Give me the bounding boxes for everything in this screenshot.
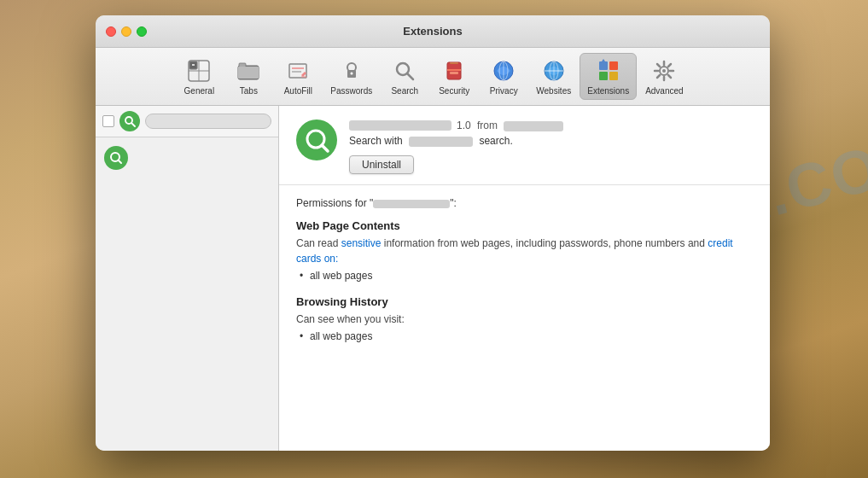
svg-rect-19 <box>450 62 458 64</box>
svg-line-40 <box>668 75 671 78</box>
search-with-label: Search with <box>349 135 403 147</box>
highlight-sensitive: sensitive <box>341 237 382 249</box>
toolbar-item-security[interactable]: Security <box>430 54 478 99</box>
toolbar-item-search[interactable]: Search <box>381 54 428 99</box>
svg-rect-21 <box>450 72 458 74</box>
ext-desc-blurred <box>409 137 473 147</box>
extension-version: 1.0 from <box>457 120 563 131</box>
minimize-button[interactable] <box>121 26 131 37</box>
title-bar: Extensions <box>96 15 770 48</box>
toolbar-label-tabs: Tabs <box>240 86 258 96</box>
perm-group-history: Browsing History Can see when you visit:… <box>296 295 753 342</box>
perm-group-desc-history: Can see when you visit: <box>296 312 753 327</box>
search-suffix-label: search. <box>479 135 512 147</box>
preferences-toolbar: General Tabs <box>96 48 770 106</box>
toolbar-item-general[interactable]: General <box>175 54 223 99</box>
perm-list-item: all web pages <box>310 270 753 282</box>
sidebar-search-bar[interactable] <box>145 114 271 129</box>
svg-line-41 <box>668 64 671 67</box>
svg-rect-18 <box>447 62 461 79</box>
perm-group-desc-web: Can read sensitive information from web … <box>296 236 753 266</box>
svg-line-44 <box>131 123 135 126</box>
svg-line-39 <box>657 64 660 67</box>
sidebar-checkbox[interactable] <box>102 115 114 127</box>
tabs-icon <box>235 57 262 85</box>
toolbar-label-autofill: AutoFill <box>284 86 312 96</box>
websites-icon <box>540 57 568 85</box>
toolbar-label-websites: Websites <box>536 86 571 96</box>
toolbar-label-passwords: Passwords <box>330 86 372 96</box>
extension-description: Search with search. <box>349 135 753 147</box>
toolbar-label-general: General <box>184 86 215 96</box>
toolbar-label-security: Security <box>439 86 469 96</box>
permissions-label-end: ": <box>450 197 457 209</box>
permissions-section: Permissions for "": Web Page Contents Ca… <box>279 185 770 451</box>
sidebar-item-ext-icon <box>104 146 128 170</box>
search-toolbar-icon <box>391 57 418 85</box>
perm-list-web: all web pages <box>296 270 753 282</box>
close-button[interactable] <box>106 26 116 37</box>
traffic-lights <box>106 26 147 37</box>
uninstall-button[interactable]: Uninstall <box>349 155 414 174</box>
advanced-icon <box>650 57 678 85</box>
perm-list-item-history: all web pages <box>310 330 753 342</box>
toolbar-item-extensions[interactable]: Extensions <box>580 53 637 100</box>
extension-icon <box>296 120 337 160</box>
extension-source-blurred <box>504 121 563 131</box>
version-number: 1.0 <box>457 120 471 131</box>
sidebar-toolbar <box>96 106 278 137</box>
autofill-icon <box>284 57 312 85</box>
toolbar-label-advanced: Advanced <box>645 86 683 96</box>
svg-line-17 <box>407 73 413 79</box>
svg-rect-31 <box>599 72 608 80</box>
privacy-icon <box>490 57 517 85</box>
extension-name-row: 1.0 from <box>349 120 753 131</box>
perm-group-title-history: Browsing History <box>296 295 753 308</box>
sidebar-extension-item[interactable] <box>96 141 278 175</box>
toolbar-item-advanced[interactable]: Advanced <box>638 54 690 99</box>
extensions-sidebar <box>96 106 279 451</box>
maximize-button[interactable] <box>137 26 147 37</box>
svg-line-48 <box>322 145 328 151</box>
svg-point-34 <box>662 69 666 73</box>
toolbar-item-websites[interactable]: Websites <box>529 54 578 99</box>
perm-name-blurred <box>373 200 450 208</box>
sidebar-search-icon <box>119 111 140 131</box>
general-icon <box>185 57 213 85</box>
main-content: 1.0 from Search with search. Uninstall <box>96 106 770 451</box>
extension-name-blurred <box>349 120 451 131</box>
extension-header: 1.0 from Search with search. Uninstall <box>279 106 770 185</box>
extension-info: 1.0 from Search with search. Uninstall <box>349 120 753 174</box>
perm-group-title-web: Web Page Contents <box>296 219 753 232</box>
security-icon <box>440 57 468 85</box>
svg-line-42 <box>657 75 660 78</box>
svg-point-15 <box>350 73 352 75</box>
svg-rect-32 <box>609 72 618 80</box>
toolbar-label-search: Search <box>391 86 418 96</box>
perm-group-web-contents: Web Page Contents Can read sensitive inf… <box>296 219 753 282</box>
toolbar-item-tabs[interactable]: Tabs <box>224 54 272 99</box>
toolbar-item-autofill[interactable]: AutoFill <box>274 54 322 99</box>
toolbar-item-passwords[interactable]: Passwords <box>323 54 379 99</box>
window-title: Extensions <box>403 25 462 38</box>
svg-rect-8 <box>238 67 259 79</box>
svg-line-46 <box>119 160 122 164</box>
toolbar-item-privacy[interactable]: Privacy <box>480 54 527 99</box>
toolbar-label-privacy: Privacy <box>490 86 518 96</box>
passwords-icon <box>338 57 365 85</box>
svg-rect-30 <box>609 61 618 70</box>
from-label: from <box>477 120 498 131</box>
sidebar-extension-list <box>96 137 278 451</box>
perm-list-history: all web pages <box>296 330 753 342</box>
permissions-label: Permissions for " <box>296 197 373 209</box>
extension-detail-panel: 1.0 from Search with search. Uninstall <box>279 106 770 451</box>
extensions-icon <box>595 57 622 85</box>
safari-preferences-window: Extensions General <box>96 15 770 451</box>
permissions-title: Permissions for "": <box>296 197 753 209</box>
toolbar-label-extensions: Extensions <box>587 86 629 96</box>
